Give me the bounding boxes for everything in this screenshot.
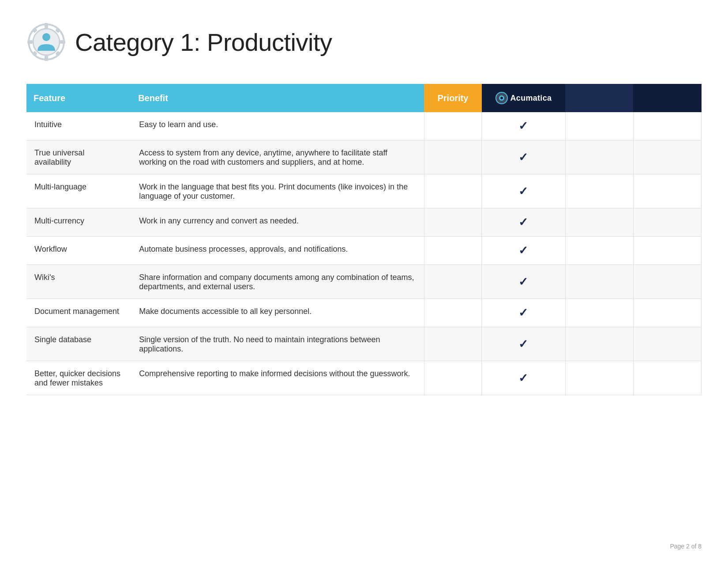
col-header-priority: Priority — [424, 84, 481, 112]
cell-comp1 — [565, 361, 633, 395]
cell-acumatica: ✓ — [482, 112, 565, 140]
cell-priority — [424, 174, 481, 208]
table-row: Better, quicker decisions and fewer mist… — [26, 361, 702, 395]
cell-benefit: Easy to learn and use. — [131, 112, 424, 140]
cell-feature: Document management — [26, 299, 131, 327]
page-number: Page 2 of 8 — [670, 543, 702, 550]
cell-priority — [424, 140, 481, 174]
cell-feature: Multi-currency — [26, 208, 131, 237]
cell-acumatica: ✓ — [482, 140, 565, 174]
table-row: True universal availabilityAccess to sys… — [26, 140, 702, 174]
cell-comp2 — [633, 265, 701, 299]
cell-comp1 — [565, 237, 633, 265]
svg-rect-1 — [45, 23, 48, 28]
cell-feature: Single database — [26, 327, 131, 361]
cell-comp1 — [565, 112, 633, 140]
cell-benefit: Single version of the truth. No need to … — [131, 327, 424, 361]
cell-priority — [424, 112, 481, 140]
cell-comp1 — [565, 208, 633, 237]
svg-rect-2 — [45, 56, 48, 61]
cell-feature: True universal availability — [26, 140, 131, 174]
cell-benefit: Work in the language that best fits you.… — [131, 174, 424, 208]
cell-comp2 — [633, 208, 701, 237]
acumatica-logo: Acumatica — [489, 92, 558, 104]
cell-priority — [424, 327, 481, 361]
cell-comp2 — [633, 299, 701, 327]
cell-comp2 — [633, 327, 701, 361]
page-header: Category 1: Productivity — [26, 22, 702, 62]
cell-comp2 — [633, 237, 701, 265]
cell-comp2 — [633, 112, 701, 140]
cell-feature: Intuitive — [26, 112, 131, 140]
cell-benefit: Work in any currency and convert as need… — [131, 208, 424, 237]
cell-acumatica: ✓ — [482, 299, 565, 327]
table-row: Multi-languageWork in the language that … — [26, 174, 702, 208]
cell-comp1 — [565, 265, 633, 299]
svg-point-9 — [33, 29, 60, 55]
comparison-table-wrapper: Feature Benefit Priority — [26, 84, 702, 395]
svg-point-14 — [500, 97, 503, 99]
col-header-acumatica: Acumatica — [482, 84, 565, 112]
cell-acumatica: ✓ — [482, 265, 565, 299]
cell-comp1 — [565, 174, 633, 208]
acumatica-logo-text: Acumatica — [510, 94, 552, 103]
page-title: Category 1: Productivity — [75, 28, 332, 57]
category-icon — [26, 22, 66, 62]
table-row: Multi-currencyWork in any currency and c… — [26, 208, 702, 237]
col-header-comp2 — [633, 84, 701, 112]
table-row: IntuitiveEasy to learn and use.✓ — [26, 112, 702, 140]
col-header-comp1 — [565, 84, 633, 112]
cell-acumatica: ✓ — [482, 237, 565, 265]
cell-comp2 — [633, 361, 701, 395]
table-row: Single databaseSingle version of the tru… — [26, 327, 702, 361]
svg-point-10 — [42, 33, 50, 41]
cell-acumatica: ✓ — [482, 174, 565, 208]
cell-priority — [424, 237, 481, 265]
cell-comp1 — [565, 327, 633, 361]
table-row: Document managementMake documents access… — [26, 299, 702, 327]
cell-benefit: Make documents accessible to all key per… — [131, 299, 424, 327]
cell-feature: Multi-language — [26, 174, 131, 208]
cell-priority — [424, 265, 481, 299]
cell-comp2 — [633, 140, 701, 174]
cell-benefit: Comprehensive reporting to make informed… — [131, 361, 424, 395]
cell-benefit: Share information and company documents … — [131, 265, 424, 299]
page-footer: Page 2 of 8 — [670, 543, 702, 550]
cell-priority — [424, 208, 481, 237]
cell-acumatica: ✓ — [482, 208, 565, 237]
cell-feature: Workflow — [26, 237, 131, 265]
cell-acumatica: ✓ — [482, 327, 565, 361]
cell-comp1 — [565, 299, 633, 327]
table-row: Wiki'sShare information and company docu… — [26, 265, 702, 299]
page-container: Category 1: Productivity Feature Benefit — [0, 0, 728, 422]
cell-priority — [424, 299, 481, 327]
cell-benefit: Automate business processes, approvals, … — [131, 237, 424, 265]
cell-acumatica: ✓ — [482, 361, 565, 395]
svg-rect-4 — [60, 40, 65, 44]
col-header-feature: Feature — [26, 84, 131, 112]
cell-priority — [424, 361, 481, 395]
table-row: WorkflowAutomate business processes, app… — [26, 237, 702, 265]
cell-benefit: Access to system from any device, anytim… — [131, 140, 424, 174]
col-header-benefit: Benefit — [131, 84, 424, 112]
svg-rect-3 — [27, 40, 33, 44]
cell-comp1 — [565, 140, 633, 174]
comparison-table: Feature Benefit Priority — [26, 84, 702, 395]
cell-comp2 — [633, 174, 701, 208]
cell-feature: Wiki's — [26, 265, 131, 299]
cell-feature: Better, quicker decisions and fewer mist… — [26, 361, 131, 395]
